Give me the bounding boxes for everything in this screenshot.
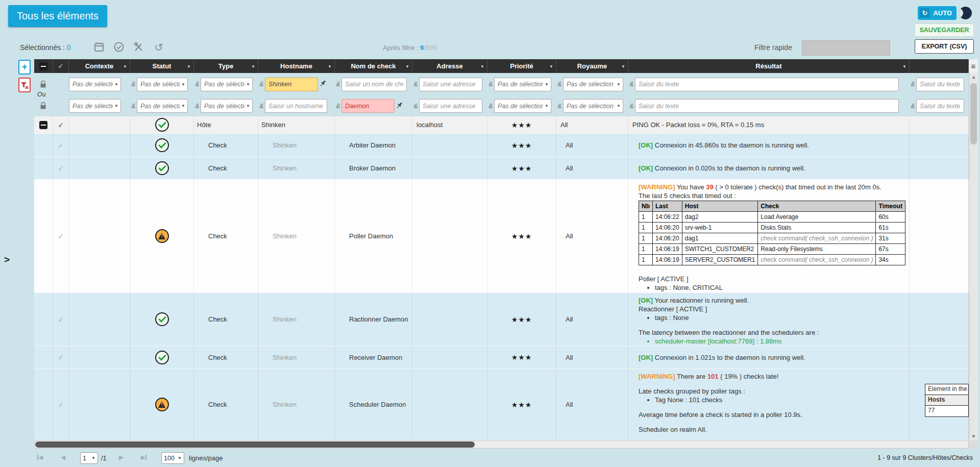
clear-filters-button[interactable] <box>18 78 31 92</box>
filter-royaume-select[interactable]: Pas de sélection▼ <box>563 78 623 91</box>
scheduler-latency-link[interactable]: scheduler-master [localhost:7768] : 1.88… <box>655 337 904 346</box>
col-header-statut[interactable]: Statut▼ <box>130 59 194 73</box>
check-icon[interactable]: ✓ <box>58 315 64 324</box>
filter-royaume-select[interactable]: Pas de sélection▼ <box>563 99 623 113</box>
after-filter-counter: Après filtre : 9/509 <box>383 44 437 52</box>
all-elements-button[interactable]: Tous les éléments <box>8 5 107 27</box>
check-icon[interactable]: ✓ <box>58 232 64 240</box>
lock-icon[interactable] <box>40 102 46 110</box>
priority-cell: ★★★ <box>487 180 556 292</box>
collapse-row-icon[interactable] <box>39 121 47 129</box>
previous-page-button[interactable]: ◀ <box>61 454 65 461</box>
chevron-down-icon[interactable]: ▼ <box>480 64 484 68</box>
add-filter-button[interactable]: + <box>18 60 31 75</box>
right-arrow-icon: ▶ <box>141 454 145 461</box>
and-separator: & <box>412 103 419 110</box>
tag-bullet: Tag None : 101 checks <box>655 396 904 404</box>
filter-priorite-select[interactable]: Pas de sélection▼ <box>494 99 551 113</box>
col-header-adresse[interactable]: Adresse▼ <box>412 59 487 73</box>
per-page-select[interactable]: 100▼ <box>161 452 184 464</box>
col-header-resultat[interactable]: Résultat▼ <box>628 59 910 73</box>
col-header-type[interactable]: Type▼ <box>194 59 258 73</box>
filter-type-select[interactable]: Pas de sélection▼ <box>201 99 253 113</box>
tools-icon <box>133 41 144 53</box>
status-warning-icon <box>155 229 169 243</box>
table-row[interactable]: ✓ Hôte Shinken localhost ★★★ All PING OK… <box>34 116 978 134</box>
pin-icon[interactable] <box>319 80 327 89</box>
lock-icon[interactable] <box>40 81 46 88</box>
hostname-cell: Shinken <box>258 346 335 368</box>
vertical-scroll-thumb[interactable] <box>970 83 977 144</box>
auto-refresh-toggle[interactable]: ↻ AUTO <box>918 6 957 20</box>
horizontal-scroll-thumb[interactable] <box>35 441 475 448</box>
col-header-priorite[interactable]: Priorité▼ <box>487 59 556 73</box>
scroll-up-icon[interactable]: ▲ <box>969 73 978 81</box>
type-cell: Check <box>194 180 258 292</box>
scroll-down-icon[interactable]: ▼ <box>969 432 978 440</box>
horizontal-scrollbar[interactable] <box>34 440 969 449</box>
quick-filter-input[interactable] <box>802 40 890 56</box>
chevron-down-icon[interactable]: ▼ <box>187 64 191 68</box>
filter-hostname-input[interactable] <box>265 99 327 113</box>
status-warning-icon <box>155 398 169 411</box>
chevron-down-icon[interactable]: ▼ <box>621 64 625 68</box>
col-header-nom-de-check[interactable]: Nom de check▼ <box>335 59 412 73</box>
filter-priorite-select[interactable]: Pas de sélection▼ <box>494 78 551 91</box>
table-row[interactable]: ✓ Check Shinken Receiver Daemon ★★★ All … <box>34 346 978 369</box>
filter-type-select[interactable]: Pas de sélection▼ <box>201 78 253 91</box>
acknowledge-button[interactable] <box>113 41 125 53</box>
filter-result-input[interactable] <box>635 78 899 91</box>
save-button[interactable]: SAUVEGARDER <box>915 23 974 37</box>
col-header-contexte[interactable]: Contexte▼ <box>69 59 130 73</box>
hostname-cell: Shinken <box>258 293 335 346</box>
check-icon[interactable]: ✓ <box>58 353 64 361</box>
filter-contexte-select[interactable]: Pas de sélection▼ <box>69 78 121 91</box>
filter-checkname-input[interactable] <box>341 78 407 91</box>
chevron-down-icon[interactable]: ▼ <box>251 64 255 68</box>
export-csv-button[interactable]: EXPORT (CSV) <box>915 39 974 54</box>
type-cell: Check <box>194 369 258 440</box>
filter-address-input[interactable] <box>419 99 482 113</box>
table-row[interactable]: ✓ Check Shinken Scheduler Daemon ★★★ All… <box>34 369 978 440</box>
col-header-royaume[interactable]: Royaume▼ <box>556 59 628 73</box>
last-page-button[interactable]: ▶ <box>141 454 146 461</box>
chevron-down-icon[interactable]: ▼ <box>405 64 409 68</box>
table-menu-button[interactable]: ≡ <box>969 59 978 73</box>
chevron-down-icon[interactable]: ▼ <box>902 64 906 68</box>
filter-statut-select[interactable]: Pas de sélection▼ <box>137 78 188 91</box>
next-page-button[interactable]: ▶ <box>119 454 124 461</box>
check-icon[interactable]: ✓ <box>58 141 64 150</box>
chevron-down-icon[interactable]: ▼ <box>123 64 127 68</box>
filter-extra-input[interactable] <box>916 78 964 91</box>
filter-address-input[interactable] <box>419 78 482 91</box>
table-row[interactable]: ✓ Check Shinken Poller Daemon ★★★ All [W… <box>34 180 978 293</box>
filter-result-input[interactable] <box>635 99 899 113</box>
filter-checkname-input[interactable] <box>341 99 395 113</box>
check-icon[interactable]: ✓ <box>58 401 64 409</box>
filter-contexte-select[interactable]: Pas de sélection▼ <box>69 99 121 113</box>
calendar-button[interactable] <box>93 41 105 53</box>
pin-icon[interactable] <box>396 102 403 111</box>
check-icon[interactable]: ✓ <box>58 121 64 129</box>
realm-cell: All <box>556 157 628 179</box>
page-select[interactable]: 1▼ <box>80 452 98 464</box>
dark-mode-toggle-icon[interactable] <box>959 7 972 19</box>
filter-hostname-input[interactable] <box>265 78 318 91</box>
chevron-down-icon[interactable]: ▼ <box>328 64 332 68</box>
first-page-button[interactable]: ◀ <box>37 454 43 461</box>
filter-extra-input[interactable] <box>916 99 964 113</box>
check-column-header[interactable]: ✓ <box>53 59 69 73</box>
chevron-down-icon[interactable]: ▼ <box>549 64 553 68</box>
panel-expander[interactable]: > <box>4 254 10 265</box>
table-row[interactable]: ✓ Check Shinken Broker Daemon ★★★ All [O… <box>34 157 978 180</box>
table-row[interactable]: ✓ Check Shinken Ractionner Daemon ★★★ Al… <box>34 293 978 346</box>
refresh-selection-button[interactable]: ↺ <box>153 41 165 53</box>
vertical-scrollbar[interactable]: ▲ ▼ <box>969 73 978 440</box>
table-row[interactable]: ✓ Check Shinken Arbiter Daemon ★★★ All [… <box>34 134 978 157</box>
select-all-header[interactable] <box>34 59 53 73</box>
check-icon[interactable]: ✓ <box>58 164 64 173</box>
chevron-down-icon: ▼ <box>617 82 621 87</box>
filter-statut-select[interactable]: Pas de sélection▼ <box>137 99 188 113</box>
tools-button[interactable] <box>133 41 145 53</box>
col-header-hostname[interactable]: Hostname▼ <box>258 59 335 73</box>
